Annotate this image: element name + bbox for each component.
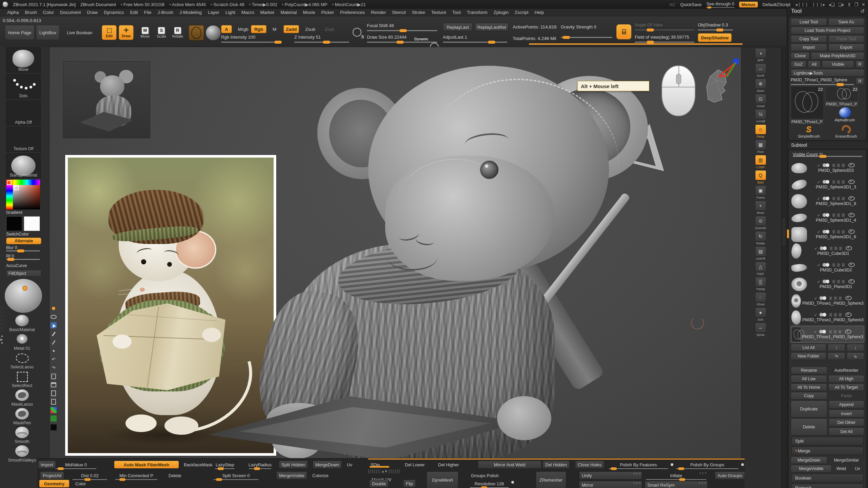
- append-button[interactable]: Append: [829, 401, 865, 408]
- polypaint-icon[interactable]: [823, 230, 830, 233]
- menu-item[interactable]: Texture: [428, 9, 449, 16]
- subtool-eye-icon[interactable]: [848, 263, 855, 267]
- rotate-button[interactable]: RRotate: [170, 25, 185, 40]
- palette-reset-icon[interactable]: ↺: [860, 8, 865, 14]
- polypaint-icon[interactable]: [823, 280, 830, 283]
- polypaint-icon[interactable]: [823, 163, 830, 167]
- subtool-eye-icon[interactable]: [848, 279, 855, 284]
- menu-item[interactable]: Dynamics: [101, 9, 127, 16]
- subtool-eye-icon[interactable]: [848, 196, 855, 201]
- focal-shift-slider[interactable]: Focal Shift 48: [367, 23, 437, 31]
- goz-button[interactable]: GoZ: [791, 61, 806, 68]
- polypaint-icon[interactable]: [820, 296, 827, 300]
- del-other-button[interactable]: Del Other: [829, 419, 865, 426]
- right-shelf-button[interactable]: ½ AAHalf: [755, 109, 766, 123]
- save-as-button[interactable]: Save As: [828, 18, 865, 26]
- left-shelf-item[interactable]: Metal 01: [3, 333, 41, 351]
- merge-section[interactable]: Merge: [791, 447, 864, 455]
- colorize-button[interactable]: Colorize: [310, 471, 331, 480]
- paste-tool-button[interactable]: Paste Tool: [828, 35, 865, 43]
- menu-item[interactable]: Picker: [318, 9, 337, 16]
- menu-item[interactable]: Preferences: [337, 9, 368, 16]
- stroke-curve-icon[interactable]: S: [351, 26, 365, 41]
- load-tools-from-project-button[interactable]: Load Tools From Project: [791, 27, 864, 34]
- subtool-thumbnail[interactable]: [791, 263, 808, 272]
- fill-object-button[interactable]: FillObject: [6, 270, 41, 277]
- menu-item[interactable]: Tool: [449, 9, 464, 16]
- scale-button[interactable]: SScale: [154, 25, 169, 40]
- subtool-eye-icon[interactable]: [845, 329, 851, 334]
- all-high-button[interactable]: All High: [828, 375, 865, 383]
- merge-similar-button[interactable]: MergeSimilar: [829, 456, 865, 464]
- menu-item[interactable]: Light: [222, 9, 238, 16]
- polypaint-icon[interactable]: [823, 213, 830, 217]
- auto-mask-fibermesh-button[interactable]: Auto Mask FiberMesh: [114, 461, 179, 469]
- subtool-thumbnail[interactable]: [791, 178, 808, 190]
- mrgb-toggle[interactable]: Mrgb: [235, 25, 252, 33]
- current-alpha-thumbnail[interactable]: [189, 25, 204, 41]
- left-shelf-item[interactable]: MaskLasso: [3, 389, 41, 407]
- geometry-tab[interactable]: Geometry: [39, 480, 70, 488]
- recent-tool-thumb[interactable]: 22 PM3D_TPose1_P: [825, 86, 864, 106]
- rgb-intensity-slider[interactable]: Rgb Intensity 100: [221, 35, 281, 43]
- copy-subtool-button[interactable]: Copy: [791, 392, 827, 400]
- right-shelf-button[interactable]: ▣ Frame: [755, 185, 766, 199]
- subtool-up-button[interactable]: ↑: [828, 344, 845, 351]
- gravity-strength-slider[interactable]: Gravity Strength 0: [561, 24, 612, 38]
- menu-item[interactable]: Movie: [300, 9, 318, 16]
- polypaint-icon[interactable]: [820, 313, 827, 317]
- subtool-eye-icon[interactable]: [845, 312, 852, 317]
- dynamic-toggle[interactable]: Dynamic: [414, 37, 429, 41]
- midvalue-slider[interactable]: MidValue 0: [54, 461, 98, 469]
- merge-down-button[interactable]: MergeDown: [791, 456, 827, 464]
- rename-button[interactable]: Rename: [791, 367, 827, 374]
- dock-right-icon[interactable]: ❘❘❘▸: [812, 2, 825, 7]
- lazyradius-slider[interactable]: LazyRadius: [248, 461, 273, 469]
- home-page-button[interactable]: Home Page: [5, 25, 35, 40]
- alphabrush-tool[interactable]: AlphaBrush: [825, 107, 864, 124]
- resolution-slider[interactable]: Resolution 128: [469, 480, 510, 488]
- sdiv-collapse-grip[interactable]: ▲▼: [368, 469, 401, 473]
- simplebrush-tool[interactable]: SSimpleBrush: [791, 125, 827, 138]
- subtool-row[interactable]: ↙ PM3D_TPose1_PM3D_Sphere3: [791, 326, 864, 343]
- edit-button[interactable]: ⬚Edit: [102, 25, 117, 40]
- deep-shadow-button[interactable]: DeepShadow: [698, 33, 732, 42]
- insert-button[interactable]: Insert: [829, 410, 865, 418]
- zremesher-button[interactable]: ZRemesher: [536, 471, 566, 488]
- accucurve-button[interactable]: AccuCurve: [6, 262, 41, 269]
- close-icon[interactable]: ✕: [862, 2, 865, 7]
- lightbox-tools-button[interactable]: Lightbox▶Tools: [791, 69, 864, 77]
- subtool-row[interactable]: ↙ PM3D_Sphere3D1_4: [791, 209, 864, 226]
- subtool-thumbnail[interactable]: [789, 242, 804, 260]
- menu-item[interactable]: Alpha: [4, 9, 22, 16]
- menu-item[interactable]: Zscript: [512, 9, 532, 16]
- rgb-toggle[interactable]: Rgb: [251, 25, 267, 33]
- color-picker[interactable]: [6, 180, 40, 209]
- polish-by-features-slider[interactable]: Polish By Features: [608, 461, 669, 469]
- document-canvas[interactable]: Alt + Mouse left ↶ ↷: [49, 47, 742, 459]
- del-lower-button[interactable]: Del Lower: [402, 461, 427, 469]
- menu-item[interactable]: Material: [278, 9, 300, 16]
- subtool-eye-icon[interactable]: [848, 213, 855, 217]
- groups-polish-button[interactable]: Groups Polish: [469, 471, 501, 480]
- switch-color-button[interactable]: SwitchColor: [6, 232, 49, 237]
- green-swatch-icon[interactable]: [51, 415, 57, 422]
- menu-item[interactable]: J-Modeling: [176, 9, 205, 16]
- right-shelf-button[interactable]: ▤ LineFill: [755, 246, 766, 260]
- left-shelf-item[interactable]: MaskPen: [3, 407, 41, 425]
- subtool-arrow-icon[interactable]: ↙: [817, 213, 820, 217]
- right-shelf-button[interactable]: ◌ Ghost: [755, 292, 766, 306]
- polish-by-groups-slider[interactable]: Polish By Groups: [675, 461, 740, 469]
- subtool-thumbnail[interactable]: [791, 227, 807, 242]
- visibility-eye-icon[interactable]: [51, 314, 57, 320]
- startup-material-thumbnail[interactable]: StartupMaterial: [6, 153, 41, 178]
- subtool-arrow-icon[interactable]: ↙: [814, 329, 817, 334]
- dock-left-icon[interactable]: ◂❘❘❘: [795, 2, 808, 7]
- autoreorder-button[interactable]: AutoReorder: [829, 367, 865, 374]
- replay-last-button[interactable]: ReplayLast: [443, 23, 473, 31]
- uv-bottom-button[interactable]: Uv: [344, 461, 355, 469]
- mirror-and-weld-button[interactable]: Mirror And Weld: [478, 461, 541, 469]
- merge-visible-button[interactable]: MergeVisible: [791, 465, 832, 472]
- m-toggle[interactable]: M: [269, 25, 280, 33]
- menu-item[interactable]: Brush: [22, 9, 40, 16]
